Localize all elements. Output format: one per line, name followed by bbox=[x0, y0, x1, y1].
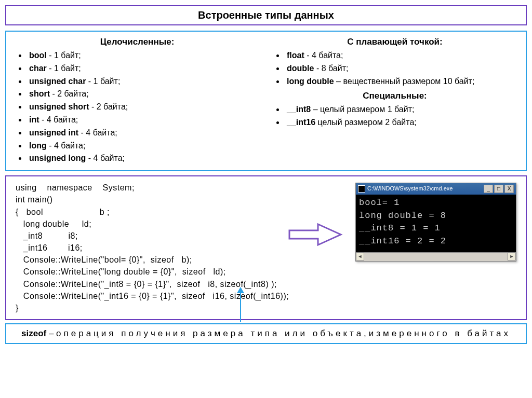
up-arrow-icon bbox=[236, 287, 245, 322]
type-name: __int16 bbox=[287, 118, 318, 127]
type-name: unsigned short bbox=[29, 102, 91, 111]
integer-header: Целочисленные: bbox=[14, 37, 261, 47]
type-name: int bbox=[29, 115, 42, 124]
list-item: unsigned short - 2 байта; bbox=[27, 101, 261, 114]
list-item: long - 4 байта; bbox=[27, 140, 261, 153]
cmd-icon bbox=[358, 185, 365, 193]
special-list: __int8 – целый размером 1 байт;__int16 ц… bbox=[271, 103, 518, 129]
console-window: C:\WINDOWS\system32\cmd.exe _ □ X bool= … bbox=[355, 183, 516, 262]
type-desc: - 2 байта; bbox=[91, 102, 128, 111]
svg-marker-1 bbox=[237, 287, 244, 293]
footer-dash: – bbox=[46, 328, 56, 338]
type-desc: - 4 байта; bbox=[88, 154, 125, 162]
list-item: unsigned int - 4 байта; bbox=[27, 127, 261, 140]
arrow-icon bbox=[287, 221, 344, 248]
type-desc: - 2 байта; bbox=[52, 89, 88, 98]
type-desc: - 1 байт; bbox=[49, 64, 81, 73]
type-name: float bbox=[287, 51, 307, 60]
footer-text: операция получения размера типа или объе… bbox=[56, 328, 511, 338]
footer-panel: sizeof – операция получения размера типа… bbox=[5, 323, 527, 344]
list-item: __int16 целый размером 2 байта; bbox=[285, 116, 518, 129]
page-title: Встроенные типы данных bbox=[5, 5, 527, 25]
scroll-left-icon[interactable]: ◄ bbox=[356, 253, 364, 260]
type-name: short bbox=[29, 89, 52, 98]
minimize-button[interactable]: _ bbox=[484, 185, 493, 193]
scroll-right-icon[interactable]: ► bbox=[508, 253, 516, 260]
list-item: short - 2 байта; bbox=[27, 88, 261, 101]
type-desc: целый размером 2 байта; bbox=[318, 118, 417, 127]
type-name: long double bbox=[287, 77, 336, 86]
type-desc: - 1 байт; bbox=[88, 77, 121, 86]
list-item: double - 8 байт; bbox=[285, 62, 518, 75]
list-item: unsigned char - 1 байт; bbox=[27, 75, 261, 88]
list-item: unsigned long - 4 байта; bbox=[27, 152, 261, 165]
type-name: unsigned char bbox=[29, 77, 88, 86]
list-item: float - 4 байта; bbox=[285, 49, 518, 62]
type-name: char bbox=[29, 64, 49, 73]
special-header: Специальные: bbox=[271, 91, 518, 101]
code-panel: using namespace System;int main(){ bool … bbox=[5, 175, 527, 320]
close-button[interactable]: X bbox=[504, 185, 514, 193]
code-line: Console::WriteLine("_int8 = {0} = {1}", … bbox=[16, 278, 518, 290]
type-name: unsigned long bbox=[29, 154, 88, 162]
list-item: __int8 – целый размером 1 байт; bbox=[285, 103, 518, 116]
scrollbar-horizontal[interactable]: ◄ ► bbox=[356, 252, 516, 261]
code-line: Console::WriteLine("_int16 = {0} = {1}",… bbox=[16, 290, 518, 302]
maximize-button[interactable]: □ bbox=[494, 185, 503, 193]
type-name: __int8 bbox=[287, 105, 313, 114]
sizeof-keyword: sizeof bbox=[21, 328, 46, 338]
float-header: С плавающей точкой: bbox=[271, 37, 518, 47]
list-item: long double – вещественный размером 10 б… bbox=[285, 75, 518, 88]
type-desc: - 4 байта; bbox=[307, 51, 343, 60]
list-item: char - 1 байт; bbox=[27, 62, 261, 75]
type-desc: – целый размером 1 байт; bbox=[313, 105, 415, 114]
integer-column: Целочисленные: bool - 1 байт;char - 1 ба… bbox=[14, 37, 261, 165]
console-output: bool= 1 long double = 8 __int8 = 1 = 1 _… bbox=[356, 195, 516, 252]
type-desc: - 1 байт; bbox=[49, 51, 81, 60]
type-name: double bbox=[287, 64, 316, 73]
type-desc: - 8 байт; bbox=[316, 64, 349, 73]
type-desc: - 4 байта; bbox=[42, 115, 78, 124]
list-item: int - 4 байта; bbox=[27, 114, 261, 127]
integer-list: bool - 1 байт;char - 1 байт;unsigned cha… bbox=[14, 49, 261, 165]
type-name: unsigned int bbox=[29, 128, 81, 137]
console-titlebar: C:\WINDOWS\system32\cmd.exe _ □ X bbox=[356, 183, 516, 195]
float-column: С плавающей точкой: float - 4 байта;doub… bbox=[271, 37, 518, 165]
code-line: Console::WriteLine("long double = {0}", … bbox=[16, 266, 518, 278]
type-name: bool bbox=[29, 51, 49, 60]
type-desc: – вещественный размером 10 байт; bbox=[336, 77, 474, 86]
type-desc: - 4 байта; bbox=[49, 141, 85, 150]
types-panel: Целочисленные: bool - 1 байт;char - 1 ба… bbox=[5, 31, 527, 171]
type-desc: - 4 байта; bbox=[81, 128, 117, 137]
type-name: long bbox=[29, 141, 49, 150]
list-item: bool - 1 байт; bbox=[27, 49, 261, 62]
code-line: } bbox=[16, 302, 518, 314]
float-list: float - 4 байта;double - 8 байт;long dou… bbox=[271, 49, 518, 88]
console-path: C:\WINDOWS\system32\cmd.exe bbox=[367, 185, 484, 193]
